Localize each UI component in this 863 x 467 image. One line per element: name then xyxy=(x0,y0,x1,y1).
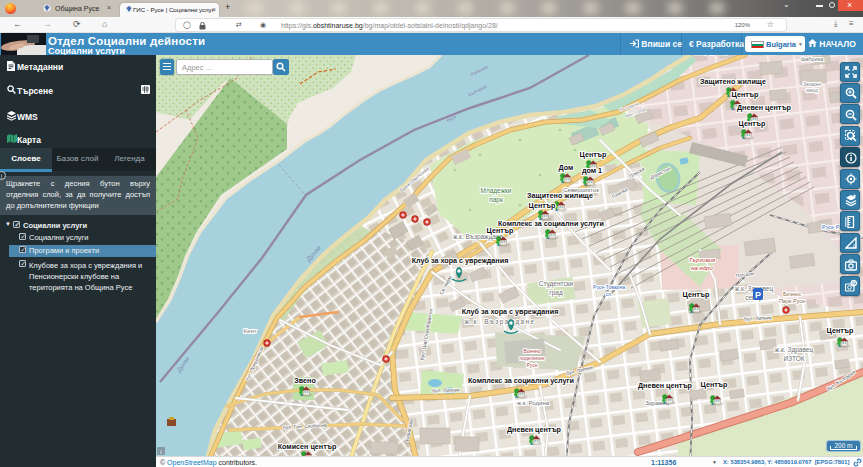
svg-text:Военно: Военно xyxy=(523,348,540,354)
svg-text:парк: парк xyxy=(489,196,503,204)
svg-text:град: град xyxy=(549,289,563,297)
svg-text:ИЗТОК: ИЗТОК xyxy=(784,355,805,362)
svg-text:Клуб за хора с увреждания: Клуб за хора с увреждания xyxy=(462,307,559,316)
svg-text:Център: Център xyxy=(529,201,556,210)
svg-text:Център: Център xyxy=(739,119,766,128)
svg-text:Дом: Дом xyxy=(559,163,574,172)
svg-text:Дневен център: Дневен център xyxy=(737,103,792,112)
svg-text:Защитено жилище: Защитено жилище xyxy=(700,77,766,86)
svg-text:Комисен център: Комисен център xyxy=(278,442,337,451)
svg-text:Захарен: Захарен xyxy=(803,82,821,87)
svg-text:Дневен център: Дневен център xyxy=(638,381,693,390)
svg-text:ж.к. Родина: ж.к. Родина xyxy=(517,400,550,406)
svg-text:завод: завод xyxy=(806,88,818,93)
svg-text:на едро: на едро xyxy=(691,265,713,271)
svg-text:Кент: Кент xyxy=(244,328,257,334)
svg-text:Русе-Товарна: Русе-Товарна xyxy=(593,284,625,290)
svg-text:Бизнес: Бизнес xyxy=(783,291,801,297)
svg-text:Защитено жилище: Защитено жилище xyxy=(527,191,593,200)
svg-text:поделение: поделение xyxy=(520,355,545,361)
svg-text:Парк Русе: Парк Русе xyxy=(779,298,805,304)
svg-text:фабрика: фабрика xyxy=(801,56,824,62)
svg-text:i: i xyxy=(160,449,161,455)
svg-text:ж.к. Здравец: ж.к. Здравец xyxy=(775,346,814,354)
svg-text:Комплекс за социални услуги: Комплекс за социални услуги xyxy=(498,219,604,228)
svg-text:Център: Център xyxy=(580,150,607,159)
svg-text:Център: Център xyxy=(487,226,514,235)
svg-text:сп.: сп. xyxy=(606,291,613,297)
svg-text:P: P xyxy=(755,290,761,300)
svg-text:Център: Център xyxy=(732,90,759,99)
svg-text:Студентски: Студентски xyxy=(539,280,574,288)
svg-text:ж.к. Възраждане: ж.к. Възраждане xyxy=(464,318,535,326)
svg-text:Младежки: Младежки xyxy=(481,187,512,195)
svg-text:Русе: Русе xyxy=(526,362,537,368)
svg-text:Център: Център xyxy=(701,380,728,389)
svg-text:Търговия: Търговия xyxy=(689,257,716,263)
svg-text:бул. Липник: бул. Липник xyxy=(432,386,460,393)
svg-text:дом 1: дом 1 xyxy=(582,166,602,175)
svg-text:Клуб за хора с увреждания: Клуб за хора с увреждания xyxy=(412,256,509,265)
svg-text:Център: Център xyxy=(683,290,710,299)
svg-text:Звено: Звено xyxy=(294,376,316,385)
svg-text:Център: Център xyxy=(827,326,854,335)
svg-text:Комплекс за социални услуги: Комплекс за социални услуги xyxy=(468,376,574,385)
svg-text:Дневен център: Дневен център xyxy=(507,425,562,434)
